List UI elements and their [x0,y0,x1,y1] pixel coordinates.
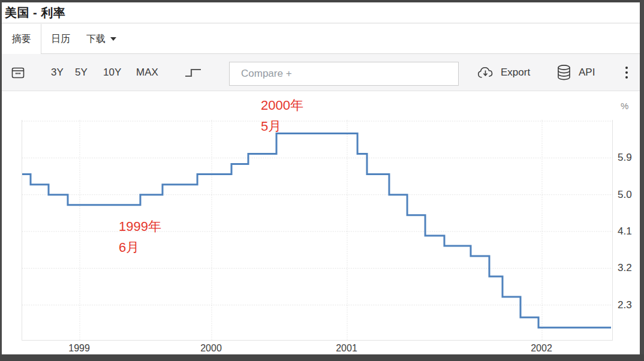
tab-bar: 摘要 日历 下载 [2,24,640,54]
more-options-button[interactable] [623,64,630,81]
export-label: Export [501,67,530,79]
window-frame-bottom [0,354,644,361]
compare-field-wrap [229,62,459,86]
series-line[interactable] [22,134,611,328]
tab-summary[interactable]: 摘要 [2,24,41,54]
chart-annotation: 2000年5月 [261,95,303,137]
compare-input[interactable] [229,62,459,86]
range-max-button[interactable]: MAX [136,67,158,79]
chart-area: % 5.95.04.13.22.319992000200120022000年5月… [2,91,640,354]
x-tick-label: 2000 [200,343,222,354]
database-icon [556,64,571,81]
tab-calendar-label: 日历 [51,33,70,46]
app-window: 美国 - 利率 摘要 日历 下载 3Y 5Y 10Y MAX [0,0,644,361]
plot-svg [22,120,613,341]
tab-download-label: 下载 [86,33,106,46]
y-axis-unit-label: % [621,101,628,111]
window-frame-left [0,0,2,361]
export-button[interactable]: Export [477,66,530,79]
y-tick-label: 2.3 [618,299,642,311]
chart-annotation: 1999年6月 [119,216,161,258]
date-range-calendar-button[interactable] [11,65,25,80]
api-button[interactable]: API [556,64,595,81]
y-tick-label: 5.9 [618,152,642,164]
step-line-chart-icon [183,66,203,79]
plot-area[interactable] [22,120,613,341]
calendar-icon [11,65,25,80]
y-tick-label: 4.1 [618,225,642,237]
page-title: 美国 - 利率 [5,5,65,21]
x-tick-label: 2002 [531,343,552,354]
chart-type-button[interactable] [183,66,203,79]
range-5y-button[interactable]: 5Y [75,67,88,79]
vertical-dots-menu-icon [623,64,630,81]
tab-calendar[interactable]: 日历 [42,24,79,54]
cloud-download-icon [477,66,495,79]
toolbar: 3Y 5Y 10Y MAX Export [2,54,640,91]
x-tick-label: 1999 [68,343,90,354]
tab-download[interactable]: 下载 [79,24,124,54]
tab-summary-label: 摘要 [12,33,31,46]
header: 美国 - 利率 [2,2,640,23]
chevron-down-icon [110,37,116,41]
y-tick-label: 5.0 [618,189,642,201]
api-label: API [579,67,595,79]
window-frame-top [0,0,644,2]
y-tick-label: 3.2 [618,262,642,274]
x-tick-label: 2001 [336,343,357,354]
range-3y-button[interactable]: 3Y [51,67,64,79]
window-scrollbar[interactable] [640,0,644,361]
range-10y-button[interactable]: 10Y [103,67,121,79]
